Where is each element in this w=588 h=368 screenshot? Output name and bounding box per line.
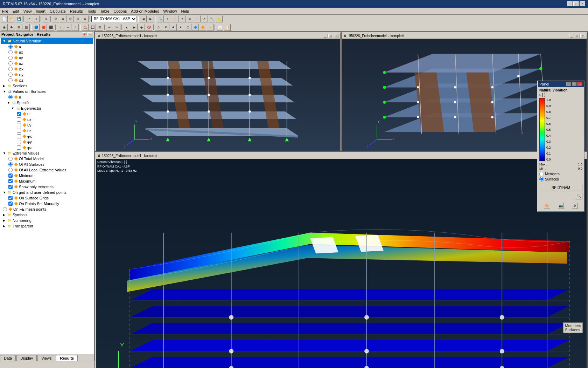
cb-oy2[interactable] [17, 140, 21, 144]
tree-local-extreme[interactable]: 🔶 Of All Local Extreme Values [1, 167, 93, 173]
tree-ox[interactable]: 🔶 φx [1, 66, 93, 72]
menu-insert[interactable]: Insert [34, 8, 48, 14]
tb8[interactable]: − [172, 15, 178, 22]
tb2-25[interactable]: 🔷 [192, 24, 199, 31]
tree-all-surfaces[interactable]: 🔶 Of All Surfaces [1, 162, 93, 167]
tb2-18[interactable]: ◆ [138, 24, 145, 31]
cb-oz2[interactable] [17, 145, 21, 150]
radio-oz[interactable] [8, 78, 13, 82]
expand-icon[interactable]: ▼ [3, 39, 7, 43]
expand-specific[interactable]: ▼ [7, 101, 11, 104]
tree-ox2[interactable]: 🔶 φx [1, 134, 93, 139]
radio-u2[interactable] [8, 95, 13, 99]
tree-uz2[interactable]: 🔶 uz [1, 128, 93, 134]
tb2-29[interactable]: 📋 [224, 24, 231, 31]
cb-ox2[interactable] [17, 134, 21, 138]
tb2-13[interactable]: ⊡ [96, 24, 103, 31]
view-tl-minimize[interactable]: _ [323, 34, 328, 38]
tree-extreme-vals[interactable]: ▼ 📁 Extreme Values [1, 150, 93, 156]
tb2-6[interactable]: 🔴 [40, 24, 47, 31]
menu-window[interactable]: Window [161, 8, 179, 14]
tree-total-model[interactable]: 🔶 Of Total Model [1, 156, 93, 162]
minimize-btn[interactable]: − [567, 1, 573, 6]
tb2-27[interactable]: 🔸 [206, 24, 214, 31]
menu-view[interactable]: View [21, 8, 34, 14]
tree-oz2[interactable]: 🔶 φz [1, 145, 93, 150]
radio-total[interactable] [8, 157, 13, 161]
cb-uz2[interactable] [17, 129, 21, 133]
tb2-16[interactable]: ▲ [123, 24, 130, 31]
panel-close-btn[interactable]: × [578, 82, 582, 86]
tb2-19[interactable]: 🎯 [145, 24, 152, 31]
radio-fe-mesh[interactable] [3, 207, 7, 211]
menu-file[interactable]: File [0, 8, 10, 14]
expand-numbering[interactable]: ▶ [3, 219, 7, 222]
menu-addon[interactable]: Add-on Modules [129, 8, 161, 14]
panel-radio-surfaces[interactable]: Surfaces [539, 177, 582, 182]
tree-specific[interactable]: ▼ 📊 Specific [1, 100, 93, 105]
tree-uy2[interactable]: 🔶 uy [1, 122, 93, 128]
tb5[interactable]: ⚙ [82, 15, 89, 22]
tb13[interactable]: 🔧 [208, 15, 215, 22]
tree-u3[interactable]: 🔶 u [1, 111, 93, 117]
expand-sections[interactable]: ▶ [3, 84, 7, 88]
tree-maximum[interactable]: 🔶 Maximum [1, 178, 93, 184]
tab-display[interactable]: Display [16, 355, 37, 361]
panel-radio-members[interactable]: Members [539, 172, 582, 176]
cb-maximum[interactable] [8, 179, 13, 183]
panel-close[interactable]: × [88, 32, 92, 36]
close-btn[interactable]: × [580, 1, 585, 6]
menu-options[interactable]: Options [111, 8, 129, 14]
tb2-2[interactable]: ✚ [8, 24, 15, 31]
radio-all-surfaces[interactable] [8, 162, 13, 166]
menu-help[interactable]: Help [179, 8, 191, 14]
tb3[interactable]: ⚙ [67, 15, 74, 22]
tb2-26[interactable]: 🔶 [199, 24, 206, 31]
tb7[interactable]: + [164, 15, 171, 22]
cb-surface-grids[interactable] [8, 196, 13, 200]
tree-u2[interactable]: 🔶 u [1, 94, 93, 100]
maximize-btn[interactable]: □ [573, 1, 579, 6]
tb2-1[interactable]: ◉ [1, 24, 8, 31]
cb-u3[interactable] [17, 112, 21, 116]
menu-calculate[interactable]: Calculate [48, 8, 68, 14]
open-btn[interactable]: 📂 [8, 15, 15, 22]
tab-views[interactable]: Views [37, 355, 55, 361]
expand-eigenvector[interactable]: ▼ [11, 107, 15, 110]
tree-show-extremes[interactable]: 🔶 Show only extremes [1, 184, 93, 190]
tb2-17[interactable]: ▶ [131, 24, 138, 31]
search-panel-icon[interactable]: 🔍 [575, 192, 582, 199]
expand-transparent[interactable]: ▶ [3, 224, 7, 228]
nav-back[interactable]: ◀ [140, 15, 147, 22]
tb6[interactable]: 🔍 [157, 15, 164, 22]
tb2-10[interactable]: ⤢ [72, 24, 79, 31]
view-tl-close[interactable]: × [334, 34, 339, 38]
settings-icon[interactable]: ⚙ [572, 203, 578, 209]
tree-ux2[interactable]: 🔶 ux [1, 117, 93, 122]
cb-points-manually[interactable] [8, 202, 13, 206]
rf-dynam-button[interactable]: RF-DYNAM [539, 184, 582, 191]
tb2-9[interactable]: ↔ [64, 24, 71, 31]
cb-show-extremes[interactable] [8, 185, 13, 189]
print-btn[interactable]: 🖨 [42, 15, 49, 22]
menu-table[interactable]: Table [98, 8, 111, 14]
cb-minimum[interactable] [8, 173, 13, 178]
redo-btn[interactable]: ↪ [33, 15, 40, 22]
undo-btn[interactable]: ↩ [25, 15, 32, 22]
tb2-21[interactable]: ✗ [162, 24, 169, 31]
cb-ux2[interactable] [17, 117, 21, 122]
tree-surface-grids[interactable]: 🔶 On Surface Grids [1, 195, 93, 201]
tb2-4[interactable]: ▦ [23, 24, 30, 31]
tree-numbering[interactable]: ▶ 📁 Numbering [1, 218, 93, 223]
view-tr-restore[interactable]: □ [575, 34, 580, 38]
radio-local[interactable] [8, 168, 13, 172]
tb2-23[interactable]: ★ [177, 24, 184, 31]
color-palette-icon[interactable]: 🎨 [544, 203, 550, 209]
expand-icon[interactable]: ▼ [3, 90, 7, 93]
view-tr-close[interactable]: × [580, 34, 585, 38]
tree-values-surfaces[interactable]: ▼ 📊 Values on Surfaces [1, 89, 93, 94]
expand-grid[interactable]: ▼ [3, 191, 7, 194]
radio-uy[interactable] [8, 56, 13, 60]
tb2-7[interactable]: ⬛ [47, 24, 54, 31]
view-tr-minimize[interactable]: _ [569, 34, 574, 38]
